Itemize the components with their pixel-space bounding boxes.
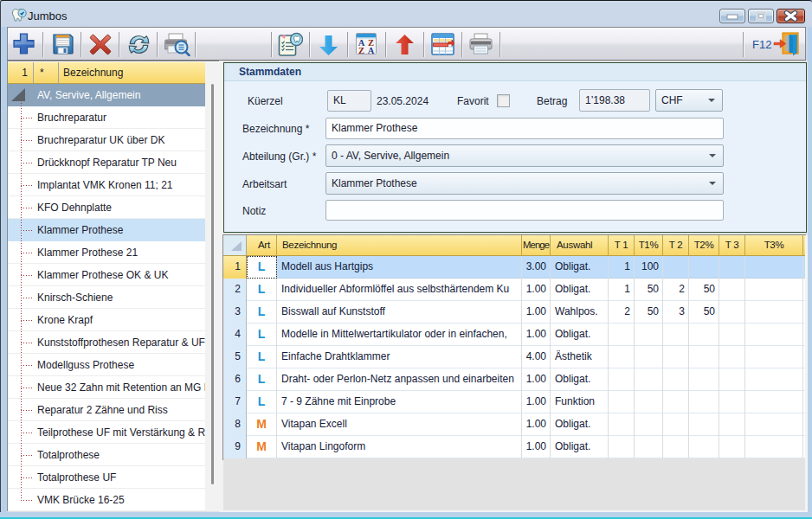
svg-text:Z: Z [358, 46, 364, 55]
svg-text:A: A [368, 46, 375, 55]
